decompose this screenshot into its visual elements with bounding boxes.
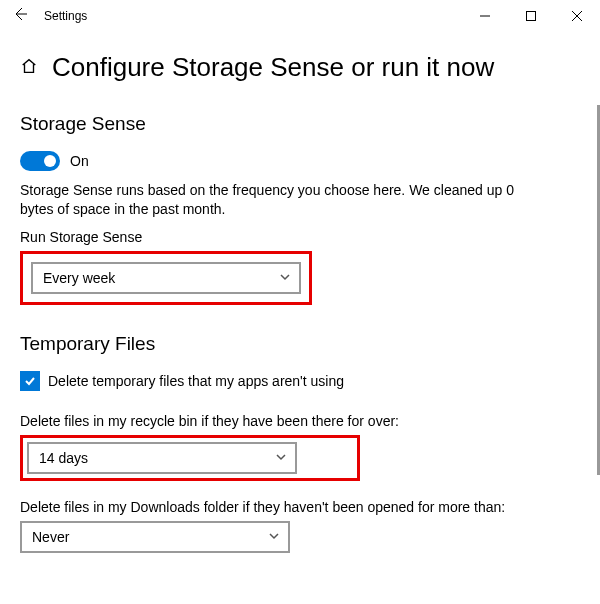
delete-temp-checkbox[interactable] <box>20 371 40 391</box>
svg-rect-2 <box>527 12 536 21</box>
run-frequency-dropdown[interactable]: Every week <box>31 262 301 294</box>
chevron-down-icon <box>268 529 280 545</box>
maximize-button[interactable] <box>508 0 554 32</box>
storage-sense-heading: Storage Sense <box>20 113 580 135</box>
home-icon[interactable] <box>20 57 38 78</box>
storage-sense-description: Storage Sense runs based on the frequenc… <box>20 181 540 219</box>
downloads-value: Never <box>32 529 69 545</box>
downloads-label: Delete files in my Downloads folder if t… <box>20 499 580 515</box>
delete-temp-label: Delete temporary files that my apps aren… <box>48 373 344 389</box>
temporary-files-heading: Temporary Files <box>20 333 580 355</box>
recycle-bin-label: Delete files in my recycle bin if they h… <box>20 413 580 429</box>
downloads-dropdown[interactable]: Never <box>20 521 290 553</box>
highlight-run-frequency: Every week <box>20 251 312 305</box>
run-storage-sense-label: Run Storage Sense <box>20 229 580 245</box>
page-title: Configure Storage Sense or run it now <box>52 52 494 83</box>
window-title: Settings <box>44 9 87 23</box>
run-frequency-value: Every week <box>43 270 115 286</box>
back-button[interactable] <box>0 6 40 26</box>
storage-sense-toggle[interactable] <box>20 151 60 171</box>
chevron-down-icon <box>279 270 291 286</box>
toggle-label: On <box>70 153 89 169</box>
recycle-bin-dropdown[interactable]: 14 days <box>27 442 297 474</box>
recycle-bin-value: 14 days <box>39 450 88 466</box>
close-button[interactable] <box>554 0 600 32</box>
chevron-down-icon <box>275 450 287 466</box>
minimize-button[interactable] <box>462 0 508 32</box>
highlight-recycle-bin: 14 days <box>20 435 360 481</box>
